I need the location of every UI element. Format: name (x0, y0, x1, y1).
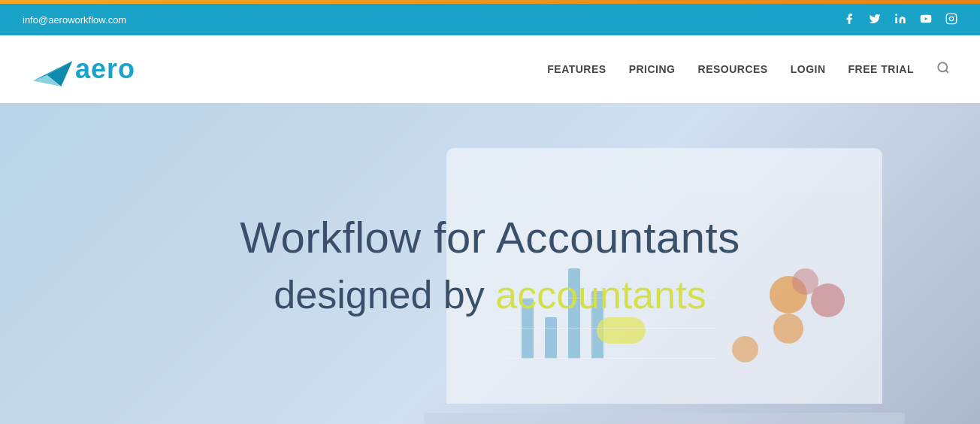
nav-login[interactable]: LOGIN (791, 63, 826, 75)
facebook-icon[interactable] (843, 13, 855, 27)
nav-features[interactable]: FEATURES (547, 63, 606, 75)
nav-links: FEATURES PRICING RESOURCES LOGIN FREE TR… (547, 61, 950, 77)
nav-free-trial[interactable]: FREE TRIAL (848, 63, 914, 75)
svg-rect-2 (946, 14, 956, 23)
hero-title: Workflow for Accountants (240, 211, 740, 264)
twitter-icon[interactable] (869, 13, 881, 27)
subtitle-part1: designed (274, 273, 443, 316)
instagram-icon[interactable] (945, 13, 957, 27)
search-icon[interactable] (936, 61, 950, 77)
logo-icon (30, 49, 75, 90)
subtitle-highlight: accountants (495, 273, 706, 316)
email-address: info@aeroworkflow.com (23, 14, 126, 26)
svg-point-9 (938, 62, 947, 71)
logo-text: aero (75, 53, 135, 85)
hero-text: Workflow for Accountants designed by acc… (0, 103, 980, 424)
nav-pricing[interactable]: PRICING (629, 63, 676, 75)
subtitle-by: by (443, 273, 485, 316)
hero-subtitle: designed by accountants (274, 271, 706, 318)
nav-resources[interactable]: RESOURCES (698, 63, 768, 75)
svg-point-4 (954, 15, 954, 16)
svg-line-10 (945, 70, 948, 72)
hero-section: Workflow for Accountants designed by acc… (0, 103, 980, 424)
top-bar: info@aeroworkflow.com (0, 4, 980, 35)
social-links (843, 13, 957, 27)
svg-point-3 (949, 17, 953, 20)
logo[interactable]: aero (30, 49, 135, 90)
linkedin-icon[interactable] (894, 13, 906, 27)
youtube-icon[interactable] (920, 13, 932, 27)
svg-point-0 (895, 14, 897, 16)
navbar: aero FEATURES PRICING RESOURCES LOGIN FR… (0, 35, 980, 103)
